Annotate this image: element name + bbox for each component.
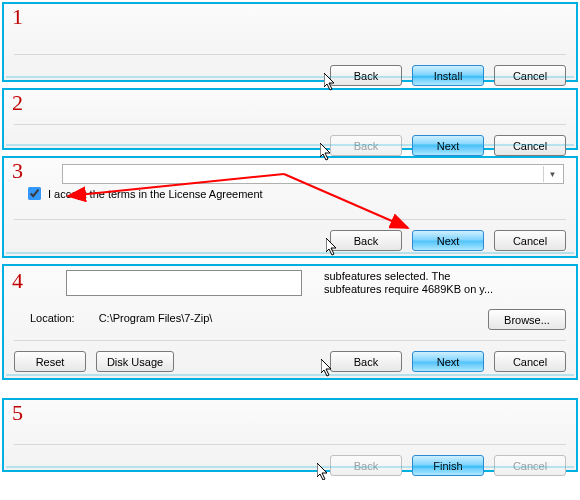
button-row: Back Next Cancel <box>14 219 566 251</box>
install-button[interactable]: Install <box>412 65 484 86</box>
browse-button[interactable]: Browse... <box>488 309 566 330</box>
finish-button[interactable]: Finish <box>412 455 484 476</box>
cancel-button[interactable]: Cancel <box>494 230 566 251</box>
step-4-panel: 4 subfeatures selected. The subfeatures … <box>2 264 578 380</box>
disk-usage-button[interactable]: Disk Usage <box>96 351 174 372</box>
button-row: Back Next Cancel <box>14 124 566 156</box>
feature-tree[interactable] <box>66 270 302 296</box>
feature-description: subfeatures selected. The subfeatures re… <box>324 268 566 296</box>
reset-button[interactable]: Reset <box>14 351 86 372</box>
cancel-button[interactable]: Cancel <box>494 65 566 86</box>
location-row: Location: C:\Program Files\7-Zip\ Browse… <box>30 312 566 324</box>
accept-row: I accept the terms in the License Agreem… <box>24 184 566 203</box>
button-row: Back Install Cancel <box>14 54 566 86</box>
left-buttons: Reset Disk Usage <box>14 351 174 372</box>
next-button[interactable]: Next <box>412 135 484 156</box>
chevron-down-icon[interactable]: ▼ <box>543 166 561 182</box>
location-path: C:\Program Files\7-Zip\ <box>99 312 213 324</box>
step-number: 2 <box>12 90 23 116</box>
back-button: Back <box>330 455 402 476</box>
step-1-panel: 1 Back Install Cancel <box>2 2 578 82</box>
back-button: Back <box>330 135 402 156</box>
next-button[interactable]: Next <box>412 351 484 372</box>
back-button[interactable]: Back <box>330 65 402 86</box>
step-number: 4 <box>12 268 23 294</box>
step-5-panel: 5 Back Finish Cancel <box>2 398 578 472</box>
location-label: Location: <box>30 312 75 324</box>
step-3-panel: 3 ▼ I accept the terms in the License Ag… <box>2 156 578 258</box>
button-row: Reset Disk Usage Back Next Cancel <box>14 340 566 372</box>
back-button[interactable]: Back <box>330 230 402 251</box>
license-dropdown[interactable]: ▼ <box>62 164 564 184</box>
step-2-panel: 2 Back Next Cancel <box>2 88 578 150</box>
cursor-icon <box>317 463 331 480</box>
step-number: 5 <box>12 400 23 426</box>
step-number: 1 <box>12 4 23 30</box>
accept-checkbox[interactable] <box>28 187 41 200</box>
step-number: 3 <box>12 158 23 184</box>
cancel-button[interactable]: Cancel <box>494 135 566 156</box>
button-row: Back Finish Cancel <box>14 444 566 476</box>
cancel-button: Cancel <box>494 455 566 476</box>
next-button[interactable]: Next <box>412 230 484 251</box>
cancel-button[interactable]: Cancel <box>494 351 566 372</box>
back-button[interactable]: Back <box>330 351 402 372</box>
accept-label: I accept the terms in the License Agreem… <box>48 188 263 200</box>
